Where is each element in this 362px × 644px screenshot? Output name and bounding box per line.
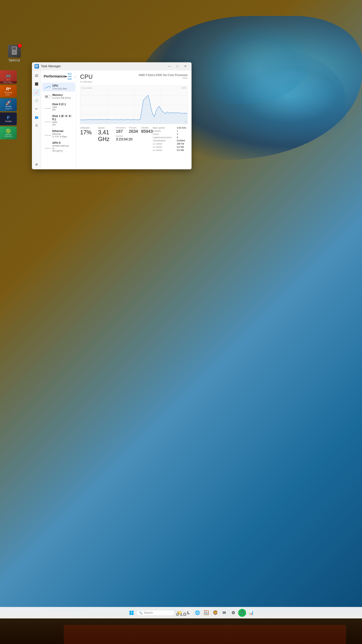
disk0-nav-title: Disk 0 (C:) [52,103,66,106]
taskbar-app-chart[interactable]: 📊 [247,609,255,617]
gpu-nav-sub: NVIDIA GeForce G... [52,144,73,150]
l3-val: 8,0 MB [177,149,188,152]
graph-time-label: 60 seconds [81,87,92,89]
gpu-nav-item[interactable]: GPU 0 NVIDIA GeForce G... 0% (30°C) [42,140,75,154]
close-button[interactable]: ✕ [182,64,189,69]
taskbar-app-brave[interactable]: 🦁 [211,609,219,617]
cpu-info-grid: Base speed: 3,50 GHz Sockets: 1 Cores: 3… [153,126,188,152]
minimize-button[interactable]: — [166,64,173,69]
handles-label: Handles [141,126,153,129]
processes-label: Processes [116,126,126,129]
l1-key: L1 cache: [153,142,174,145]
window-controls: — □ ✕ [166,64,189,69]
taskbar-app-mail[interactable]: ✉ [220,609,228,617]
cpu-nav-item[interactable]: CPU 17% 3,41 GHz [42,82,75,92]
svg-rect-11 [35,76,38,76]
disk0-nav-val: 0% [52,108,66,111]
taskbar-app-settings[interactable]: ⚙ [229,609,237,617]
sockets-key: Sockets: [153,130,174,132]
rockstar-app-icon[interactable]: R* Rockstar ames... [0,85,17,97]
task-manager-icon [34,64,39,68]
geforce-logo: 🟢 [5,128,11,134]
details-icon[interactable]: ☰ [33,122,40,129]
utilization-sublabel: % Utilization [80,80,93,83]
svg-point-2 [13,52,15,53]
utilization-stat: Utilization 17% [80,126,92,142]
gta-app-icon[interactable]: 🎮 GTA The... to V [0,70,17,84]
windows-logo-icon [129,610,134,615]
gpu-nav-title: GPU 0 [52,141,73,144]
more-options-btn[interactable]: ... [74,75,76,78]
l2-val: 6,0 MB [177,146,188,148]
memory-nav-item[interactable]: Memory 6,1/12,0 GB (51%) [42,92,75,101]
virt-key: Virtualization: [153,139,174,142]
run-new-task-label[interactable]: Run new task [68,72,72,80]
app-history-icon[interactable]: 🕐 [33,97,40,104]
processes-icon[interactable]: ⬛ [33,80,40,88]
gpu-nav-val: 0% (30°C) [52,150,73,152]
performance-title: Performance [44,74,65,78]
memory-mini-graph [45,94,51,98]
disk0-nav-sub: SSD [52,106,66,108]
speed-label: Speed [98,126,109,129]
tm-main-header: CPU % Utilization AMD FX(tm)-6300 Six-Co… [80,74,188,83]
performance-nav-panel: Performance ▶ Run new task ... CPU 17% 3 [41,70,76,169]
svg-rect-7 [37,65,38,66]
task-manager-body: ⬛ 📈 🕐 ✏ 👥 ☰ ⚙ Performance ▶ Run new task… [32,70,192,169]
speccy-desktop-icon[interactable]: ! Speccy [5,45,24,62]
tm-bottom-stats: Utilization 17% Speed 3,41 GHz Processes… [80,126,188,152]
task-manager-titlebar: Task Manager — □ ✕ [32,62,192,70]
svg-rect-6 [35,65,36,66]
left-sidebar-apps: 🎮 GTA The... to V R* Rockstar ames... 🚀 … [0,70,17,139]
cpu-nav-sub: 17% 3,41 GHz [52,87,67,90]
l2-key: L2 cache: [153,146,174,148]
ethernet-nav-item[interactable]: Ethernet Ethernet S: 0 R: 0 Kbps [42,128,75,140]
hamburger-menu-icon[interactable] [33,72,40,79]
utilization-value: 17% [80,129,92,136]
disk1-nav-item[interactable]: Disk 1 (E: E: E: E:) HDD 0% [42,113,75,128]
graph-hundred-label: 100% [181,87,186,89]
processes-value: 187 [116,129,126,134]
start-button[interactable] [128,609,135,617]
tm-main-content: CPU % Utilization AMD FX(tm)-6300 Six-Co… [76,70,192,169]
ethernet-mini-graph [45,132,51,136]
svg-rect-8 [35,66,36,67]
memory-nav-sub: 6,1/12,0 GB (51%) [52,97,71,99]
keyboard-area [64,625,346,644]
performance-header: Performance ▶ Run new task ... [41,70,76,81]
disk0-nav-item[interactable]: Disk 0 (C:) SSD 0% [42,101,75,112]
ethernet-nav-sub: Ethernet [52,133,67,135]
svg-rect-25 [132,613,134,615]
settings-icon[interactable]: ⚙ [33,161,40,168]
graph-zero-label: 0 [185,120,186,123]
taskbar-app-edge[interactable]: 🌐 [193,609,201,617]
cpu-nav-title: CPU [52,84,67,87]
graph-max-label: 100% [139,77,188,79]
base-speed-val: 3,50 GHz [177,126,188,129]
maximize-button[interactable]: □ [174,64,181,69]
speccy-badge: ! [18,44,22,48]
run-new-task-btn[interactable]: ▶ Run new task ... [65,72,76,80]
physical-desk-area [0,618,362,644]
taskbar-search[interactable]: 🔍 Search [136,610,175,616]
users-icon[interactable]: 👥 [33,114,40,121]
speccy-icon-img: ! [8,45,21,58]
cores-val: 3 [177,133,188,136]
task-manager-window: Task Manager — □ ✕ ⬛ 📈 🕐 ✏ 👥 ☰ ⚙ [32,62,192,169]
performance-icon[interactable]: 📈 [33,89,40,96]
speed-value: 3,41 GHz [98,129,109,142]
sockets-val: 1 [177,130,188,132]
startup-icon[interactable]: ✏ [33,106,40,112]
rocket-league-icon[interactable]: 🚀 Rocket League® [0,98,17,111]
taskbar-app-spotify[interactable]: 🎵 [238,609,246,617]
taskbar-app-store[interactable]: 🪟 [202,609,210,617]
svg-rect-1 [12,47,16,50]
process-thread-handle-stats: Processes 187 Threads 2634 Handles 85943 [116,126,153,142]
l3-key: L3 cache: [153,149,174,152]
geforce-icon[interactable]: 🟢 GeForce Experience [0,126,17,139]
logical-proc-key: Logical processors: [153,136,174,139]
base-speed-key: Base speed: [153,126,174,129]
fortnite-icon[interactable]: F Fortnite [0,112,17,125]
svg-point-4 [16,48,16,48]
rocket-label: Rocket [5,106,11,108]
